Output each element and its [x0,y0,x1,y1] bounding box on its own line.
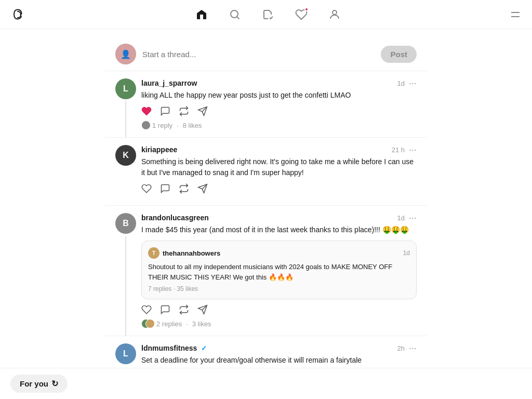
post-username[interactable]: kiriappeee [141,145,177,154]
post-meta: laura_j_sparrow 1d ··· [141,78,417,88]
profile-icon[interactable] [328,8,341,21]
quoted-avatar: T [148,247,159,259]
thread-post: K kiriappeee 21 h ··· Something is being… [105,138,427,206]
post-actions [141,106,417,116]
post-username[interactable]: ldnmumsfitness ✓ [141,344,207,352]
for-you-button[interactable]: For you ↻ [10,375,68,393]
compose-icon[interactable] [262,8,274,21]
avatar: B [115,213,136,234]
post-time: 2h [397,344,405,352]
footer-avatars [141,319,152,328]
post-time: 1d [397,79,405,87]
like-button[interactable] [141,106,152,116]
likes-count: 3 likes [192,320,211,328]
post-content: Set a deadline for your dream/goal other… [141,355,417,366]
post-content: Something is being delivered right now. … [141,156,417,178]
svg-point-2 [231,10,238,18]
share-button[interactable] [197,183,208,194]
post-footer: 1 reply · 8 likes [141,121,417,130]
thread-post: L laura_j_sparrow 1d ··· liking ALL the … [105,71,427,138]
svg-point-0 [20,14,22,15]
thread-line [125,101,126,137]
post-body: laura_j_sparrow 1d ··· liking ALL the ha… [141,78,417,130]
post-meta: ldnmumsfitness ✓ 2h ··· [141,343,417,353]
post-meta: brandonlucasgreen 1d ··· [141,213,417,222]
quoted-stats: 7 replies · 35 likes [148,285,410,292]
post-username[interactable]: brandonlucasgreen [141,214,209,222]
threads-logo[interactable] [10,6,27,23]
post-content: I made $45 this year (and most of it in … [141,224,417,235]
post-time: 1d [397,214,405,222]
post-header: K kiriappeee 21 h ··· Something is being… [115,145,417,198]
footer-avatar [141,121,151,130]
post-actions [141,304,417,315]
search-icon[interactable] [229,8,241,21]
quoted-post: T thehannahbowers 1d Shoutout to all my … [141,241,417,299]
more-button[interactable]: ··· [409,343,417,353]
share-button[interactable] [197,304,208,315]
for-you-label: For you [20,379,48,388]
post-actions [141,183,417,194]
footer-avatars [141,121,148,130]
post-footer: 2 replies · 3 likes [141,319,417,328]
post-body: brandonlucasgreen 1d ··· I made $45 this… [141,213,417,328]
post-time-more: 1d ··· [397,78,417,88]
thread-post: B brandonlucasgreen 1d ··· I made $45 th… [105,206,427,336]
notification-dot [304,7,309,11]
verified-badge: ✓ [201,344,207,352]
post-header: L laura_j_sparrow 1d ··· liking ALL the … [115,78,417,130]
comment-button[interactable] [160,304,170,315]
post-header: L ldnmumsfitness ✓ 2h ··· Set a deadline… [115,343,417,368]
post-avatar-wrap: L [115,343,136,364]
repost-button[interactable] [179,106,189,116]
svg-rect-1 [200,15,203,19]
replies-count: 1 reply [152,122,172,129]
bottom-bar: For you ↻ [0,368,532,399]
quoted-header: T thehannahbowers 1d [148,247,410,259]
post-time: 21 h [392,146,405,154]
menu-icon[interactable] [509,8,522,21]
more-button[interactable]: ··· [409,145,417,154]
like-button[interactable] [141,304,152,315]
comment-button[interactable] [160,106,170,116]
dot-separator: · [177,122,179,129]
post-body: kiriappeee 21 h ··· Something is being d… [141,145,417,198]
post-meta: kiriappeee 21 h ··· [141,145,417,154]
footer-avatar [145,319,155,328]
refresh-icon: ↻ [51,379,58,389]
top-navigation [0,0,532,29]
home-icon[interactable] [195,8,208,21]
comment-button[interactable] [160,183,170,194]
like-button[interactable] [141,183,152,194]
quoted-username[interactable]: thehannahbowers [163,249,220,257]
quoted-content: Shoutout to all my independent musicians… [148,262,410,282]
nav-menu[interactable] [509,8,522,21]
post-header: B brandonlucasgreen 1d ··· I made $45 th… [115,213,417,328]
post-avatar-wrap: B [115,213,136,234]
compose-input[interactable] [142,50,375,59]
dot-separator: · [186,320,188,328]
post-content: liking ALL the happy new year posts just… [141,90,417,101]
quoted-user: T thehannahbowers [148,247,220,259]
more-button[interactable]: ··· [409,213,417,222]
avatar: K [115,145,136,166]
share-button[interactable] [197,106,208,116]
replies-count: 2 replies [156,320,182,328]
post-time-more: 1d ··· [397,213,417,222]
repost-button[interactable] [179,183,189,194]
quoted-replies: 7 replies [148,285,171,292]
activity-icon[interactable] [295,8,308,21]
nav-icons [195,8,341,21]
post-button[interactable]: Post [381,46,417,63]
main-feed: 👤 Post L laura_j_sparrow 1d ··· li [105,29,427,368]
avatar: L [115,343,136,364]
post-time-more: 2h ··· [397,343,417,353]
more-button[interactable]: ··· [409,78,417,88]
thread-post: L ldnmumsfitness ✓ 2h ··· Set a deadline… [105,336,427,368]
repost-button[interactable] [179,304,189,315]
compose-box: 👤 Post [105,37,427,71]
post-avatar-wrap: L [115,78,136,99]
thread-line [125,236,126,336]
post-username[interactable]: laura_j_sparrow [141,79,197,87]
compose-avatar: 👤 [115,44,136,64]
